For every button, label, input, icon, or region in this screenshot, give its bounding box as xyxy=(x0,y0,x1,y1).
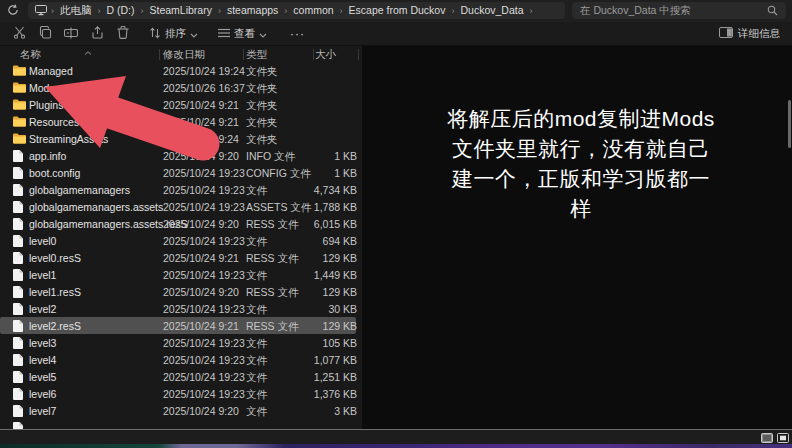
view-button[interactable]: 查看 xyxy=(211,24,274,44)
file-name: globalgamemanagers xyxy=(29,184,130,196)
breadcrumb-item[interactable]: D (D:) xyxy=(104,4,138,16)
file-date: 2025/10/24 9:20 xyxy=(163,218,239,230)
file-size: 30 KB xyxy=(280,303,357,315)
folder-row[interactable]: Resources2025/10/24 9:21文件夹 xyxy=(0,113,362,130)
breadcrumb-item[interactable]: 此电脑 xyxy=(57,4,95,16)
column-divider[interactable] xyxy=(313,49,314,60)
file-icon xyxy=(13,252,23,264)
file-type: 文件夹 xyxy=(246,116,278,130)
refresh-button[interactable] xyxy=(5,4,21,18)
file-date: 2025/10/24 19:23 xyxy=(163,337,245,349)
details-pane-label: 详细信息 xyxy=(738,27,780,41)
file-row[interactable]: level52025/10/24 19:23文件1,251 KB xyxy=(0,368,362,385)
file-name: level3 xyxy=(29,337,56,349)
breadcrumb-chevron-icon: › xyxy=(48,6,57,16)
file-name: level2 xyxy=(29,303,56,315)
refresh-icon xyxy=(7,2,19,20)
copy-button[interactable] xyxy=(32,24,58,44)
vertical-scrollbar[interactable] xyxy=(788,100,791,148)
file-type: 文件 xyxy=(246,388,267,402)
breadcrumb-chevron-icon: › xyxy=(281,6,290,16)
sort-button[interactable]: 排序 xyxy=(142,24,205,44)
breadcrumb-item[interactable]: steamapps xyxy=(224,4,281,16)
cut-button[interactable] xyxy=(6,24,32,44)
file-row[interactable]: level02025/10/24 19:23文件694 KB xyxy=(0,232,362,249)
file-row[interactable]: level62025/10/24 19:23文件1,376 KB xyxy=(0,385,362,402)
column-divider[interactable] xyxy=(358,49,359,60)
thumbnails-view-toggle[interactable] xyxy=(776,432,789,443)
folder-row[interactable]: StreamingAssets2025/10/24 9:24文件夹 xyxy=(0,130,362,147)
file-type: 文件 xyxy=(246,303,267,317)
file-name: level1 xyxy=(29,269,56,281)
file-row[interactable]: boot.config2025/10/24 19:23CONFIG 文件1 KB xyxy=(0,164,362,181)
breadcrumb-chevron-icon: › xyxy=(337,6,346,16)
file-icon xyxy=(13,218,23,230)
file-icon xyxy=(13,371,23,383)
sort-icon xyxy=(149,27,161,41)
file-size: 1 KB xyxy=(280,150,357,162)
taskbar-wallpaper-strip xyxy=(0,444,792,448)
breadcrumb-item[interactable]: Duckov_Data xyxy=(457,4,526,16)
file-row[interactable]: level22025/10/24 19:23文件30 KB xyxy=(0,300,362,317)
file-icon xyxy=(13,235,23,247)
file-size: 1,077 KB xyxy=(280,354,357,366)
search-input[interactable]: 在 Duckov_Data 中搜索 xyxy=(572,2,786,19)
folder-row[interactable]: Mods2025/10/26 16:37文件夹 xyxy=(0,79,362,96)
column-header-size[interactable]: 大小 xyxy=(315,48,336,62)
column-divider[interactable] xyxy=(243,49,244,60)
breadcrumb-chevron-icon: › xyxy=(527,6,536,16)
annotation-line: 将解压后的mod复制进Mods xyxy=(378,104,784,134)
file-icon xyxy=(13,150,23,162)
file-row[interactable]: globalgamemanagers.assets2025/10/24 19:2… xyxy=(0,198,362,215)
share-button[interactable] xyxy=(84,24,110,44)
folder-row[interactable]: Plugins2025/10/24 9:21文件夹 xyxy=(0,96,362,113)
file-date: 2025/10/24 9:21 xyxy=(163,320,239,332)
delete-button[interactable] xyxy=(110,24,136,44)
file-name: Mods xyxy=(29,82,55,94)
file-row[interactable]: level42025/10/24 19:23文件1,077 KB xyxy=(0,351,362,368)
file-name: level7 xyxy=(29,405,56,417)
file-row[interactable]: level1.resS2025/10/24 9:20RESS 文件129 KB xyxy=(0,283,362,300)
rename-button[interactable] xyxy=(58,24,84,44)
view-label: 查看 xyxy=(234,27,255,41)
file-list-pane: 名称 修改日期 类型 大小 Managed2025/10/24 19:24文件夹… xyxy=(0,46,362,430)
folder-row[interactable]: Managed2025/10/24 19:24文件夹 xyxy=(0,62,362,79)
folder-icon xyxy=(13,116,26,127)
annotation-line: 建一个，正版和学习版都一 xyxy=(378,164,784,194)
file-date: 2025/10/26 16:37 xyxy=(163,82,245,94)
file-row[interactable]: level32025/10/24 19:23文件105 KB xyxy=(0,334,362,351)
breadcrumb-item[interactable]: Escape from Duckov xyxy=(346,4,449,16)
annotation-text: 将解压后的mod复制进Mods 文件夹里就行，没有就自己 建一个，正版和学习版都… xyxy=(378,104,784,224)
file-size: 4,734 KB xyxy=(280,184,357,196)
more-options-button[interactable]: ··· xyxy=(284,24,311,44)
file-row[interactable]: level0.resS2025/10/24 9:21RESS 文件129 KB xyxy=(0,249,362,266)
details-pane-button[interactable]: 详细信息 xyxy=(713,24,786,44)
column-divider[interactable] xyxy=(159,49,160,60)
file-name: level0.resS xyxy=(29,252,81,264)
chevron-down-icon xyxy=(259,28,267,40)
file-name: level1.resS xyxy=(29,286,81,298)
file-row[interactable]: app.info2025/10/24 9:20INFO 文件1 KB xyxy=(0,147,362,164)
column-header-date[interactable]: 修改日期 xyxy=(163,48,205,62)
file-row[interactable]: level2.resS2025/10/24 9:21RESS 文件129 KB xyxy=(0,317,356,334)
file-date: 2025/10/24 19:23 xyxy=(163,354,245,366)
file-row[interactable]: globalgamemanagers2025/10/24 19:23文件4,73… xyxy=(0,181,362,198)
cut-icon xyxy=(13,25,26,43)
file-icon xyxy=(13,354,23,366)
column-header-type[interactable]: 类型 xyxy=(246,48,267,62)
column-header-name[interactable]: 名称 xyxy=(20,48,41,62)
breadcrumb-item[interactable]: common xyxy=(290,4,336,16)
file-row[interactable]: level72025/10/24 9:20文件3 KB xyxy=(0,402,362,419)
file-date: 2025/10/24 19:23 xyxy=(163,184,245,196)
address-bar[interactable]: ›此电脑›D (D:)›SteamLibrary›steamapps›commo… xyxy=(28,2,565,19)
file-type: 文件 xyxy=(246,337,267,351)
sort-ascending-caret xyxy=(84,45,92,57)
search-placeholder: 在 Duckov_Data 中搜索 xyxy=(580,4,691,18)
details-view-toggle[interactable] xyxy=(760,432,773,443)
file-date: 2025/10/24 9:20 xyxy=(163,150,239,162)
file-row[interactable]: level12025/10/24 19:23文件1,449 KB xyxy=(0,266,362,283)
breadcrumb-item[interactable]: SteamLibrary xyxy=(147,4,215,16)
rename-icon xyxy=(64,25,78,43)
file-date: 2025/10/24 9:20 xyxy=(163,286,239,298)
file-row[interactable]: globalgamemanagers.assets.resS2025/10/24… xyxy=(0,215,362,232)
